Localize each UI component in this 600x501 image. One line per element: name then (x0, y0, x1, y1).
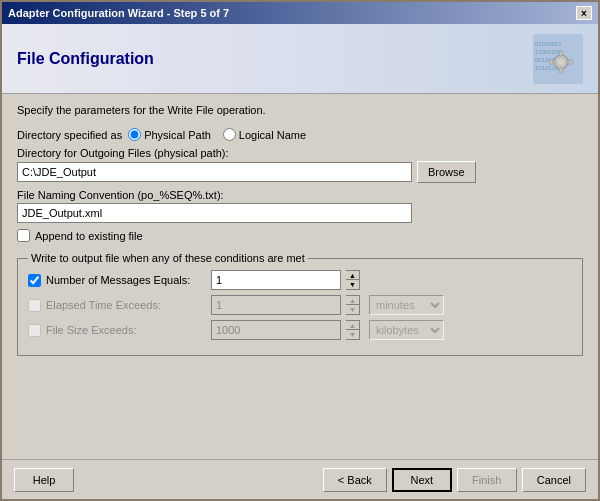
file-size-unit: kilobytes megabytes (369, 320, 444, 340)
svg-rect-7 (559, 51, 563, 56)
wizard-window: Adapter Configuration Wizard - Step 5 of… (0, 0, 600, 501)
append-label: Append to existing file (35, 230, 143, 242)
svg-text:11001010: 11001010 (535, 49, 562, 55)
file-size-up[interactable]: ▲ (346, 321, 359, 330)
svg-point-6 (558, 58, 565, 65)
file-size-label: File Size Exceeds: (46, 324, 206, 336)
close-button[interactable]: × (576, 6, 592, 20)
main-content: Specify the parameters for the Write Fil… (2, 94, 598, 459)
window-title: Adapter Configuration Wizard - Step 5 of… (8, 7, 229, 19)
directory-outgoing-label: Directory for Outgoing Files (physical p… (17, 147, 583, 159)
naming-row: File Naming Convention (po_%SEQ%.txt): (17, 189, 583, 223)
append-checkbox[interactable] (17, 229, 30, 242)
footer-right: < Back Next Finish Cancel (323, 468, 586, 492)
physical-path-radio[interactable] (128, 128, 141, 141)
file-size-down[interactable]: ▼ (346, 330, 359, 339)
num-messages-input[interactable] (211, 270, 341, 290)
elapsed-time-unit: minutes hours seconds (369, 295, 444, 315)
finish-button[interactable]: Finish (457, 468, 517, 492)
naming-label: File Naming Convention (po_%SEQ%.txt): (17, 189, 583, 201)
directory-type-label: Directory specified as (17, 129, 122, 141)
next-button[interactable]: Next (392, 468, 452, 492)
append-row: Append to existing file (17, 229, 583, 242)
physical-path-label: Physical Path (144, 129, 211, 141)
logical-name-radio[interactable] (223, 128, 236, 141)
browse-button[interactable]: Browse (417, 161, 476, 183)
naming-input[interactable] (17, 203, 412, 223)
directory-outgoing-row: Directory for Outgoing Files (physical p… (17, 147, 583, 183)
file-size-checkbox[interactable] (28, 324, 41, 337)
file-size-spinner: ▲ ▼ (346, 320, 360, 340)
conditions-group: Write to output file when any of these c… (17, 252, 583, 356)
cancel-button[interactable]: Cancel (522, 468, 586, 492)
footer: Help < Back Next Finish Cancel (2, 459, 598, 499)
condition-num-messages: Number of Messages Equals: ▲ ▼ (28, 270, 572, 290)
directory-type-row: Directory specified as Physical Path Log… (17, 128, 583, 141)
num-messages-label: Number of Messages Equals: (46, 274, 206, 286)
logical-name-option: Logical Name (223, 128, 306, 141)
elapsed-time-spinner: ▲ ▼ (346, 295, 360, 315)
gear-icon: 01010011 11001010 00110101 10101100 (533, 34, 583, 84)
svg-text:01010011: 01010011 (535, 41, 562, 47)
condition-elapsed-time: Elapsed Time Exceeds: ▲ ▼ minutes hours … (28, 295, 572, 315)
elapsed-time-label: Elapsed Time Exceeds: (46, 299, 206, 311)
help-button[interactable]: Help (14, 468, 74, 492)
page-title: File Configuration (17, 50, 154, 68)
elapsed-time-checkbox[interactable] (28, 299, 41, 312)
header-panel: File Configuration 01010011 11001010 001… (2, 24, 598, 94)
conditions-legend: Write to output file when any of these c… (28, 252, 308, 264)
back-button[interactable]: < Back (323, 468, 387, 492)
svg-rect-8 (559, 68, 563, 73)
logical-name-label: Logical Name (239, 129, 306, 141)
num-messages-checkbox[interactable] (28, 274, 41, 287)
title-bar: Adapter Configuration Wizard - Step 5 of… (2, 2, 598, 24)
radio-group: Physical Path Logical Name (128, 128, 306, 141)
description-text: Specify the parameters for the Write Fil… (17, 104, 583, 116)
elapsed-time-down[interactable]: ▼ (346, 305, 359, 314)
footer-left: Help (14, 468, 74, 492)
directory-input[interactable] (17, 162, 412, 182)
directory-input-row: Browse (17, 161, 583, 183)
condition-file-size: File Size Exceeds: ▲ ▼ kilobytes megabyt… (28, 320, 572, 340)
physical-path-option: Physical Path (128, 128, 211, 141)
num-messages-down[interactable]: ▼ (346, 280, 359, 289)
naming-input-row (17, 203, 583, 223)
elapsed-time-up[interactable]: ▲ (346, 296, 359, 305)
file-size-input (211, 320, 341, 340)
num-messages-up[interactable]: ▲ (346, 271, 359, 280)
num-messages-spinner: ▲ ▼ (346, 270, 360, 290)
elapsed-time-input (211, 295, 341, 315)
